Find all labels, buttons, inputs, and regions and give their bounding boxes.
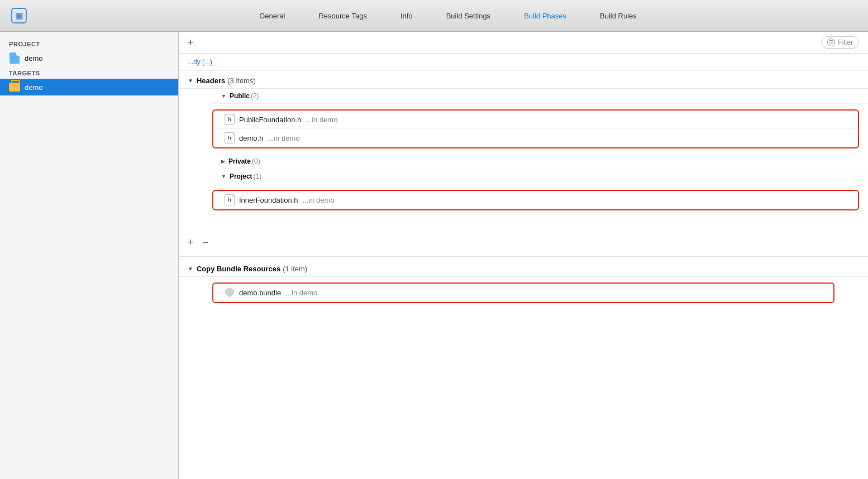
file-path: ...in demo (306, 116, 337, 124)
content-area: + ☰ Filter ...dy (...) ▼ Headers (3 item… (179, 32, 868, 479)
file-name: demo.h (239, 134, 263, 142)
tab-resource-tags[interactable]: Resource Tags (318, 9, 366, 22)
copy-bundle-triangle: ▼ (188, 266, 193, 272)
main-layout: PROJECT demo TARGETS demo + ☰ Filter ...… (0, 32, 868, 479)
tab-general[interactable]: General (259, 9, 285, 22)
add-phase-button[interactable]: + (188, 37, 194, 47)
headers-remove-button[interactable]: − (203, 237, 209, 247)
project-icon (9, 52, 20, 64)
public-subsection-container: ▼ Public (2) PublicFoundation.h ...in de… (179, 89, 868, 154)
private-subsection-header[interactable]: ▶ Private (0) (212, 154, 868, 169)
filter-icon: ☰ (827, 39, 835, 46)
public-highlighted-box: PublicFoundation.h ...in demo demo.h ...… (212, 109, 859, 149)
sidebar-target-name: demo (25, 83, 43, 92)
sidebar-project-label: PROJECT (0, 37, 178, 50)
public-count: (2) (251, 92, 259, 100)
project-subsection-container: ▼ Project (1) InnerFoundation.h ...in de… (179, 169, 868, 216)
headers-title: Headers (197, 76, 225, 85)
project-sub-title: Project (230, 173, 252, 180)
public-subsection-header[interactable]: ▼ Public (2) (212, 89, 868, 104)
copy-bundle-count: (1 item) (283, 265, 307, 273)
bundle-file-icon (225, 287, 235, 298)
file-path: ...in demo (268, 134, 299, 142)
copy-bundle-title: Copy Bundle Resources (197, 265, 280, 273)
tab-build-phases[interactable]: Build Phases (524, 9, 566, 22)
headers-add-remove-row: + − (179, 233, 868, 252)
private-count: (0) (252, 157, 260, 165)
copy-bundle-section-header[interactable]: ▼ Copy Bundle Resources (1 item) (179, 259, 868, 277)
empty-space-1 (179, 216, 868, 233)
file-name: demo.bundle (239, 289, 281, 297)
project-files-wrapper: InnerFoundation.h ...in demo (212, 184, 868, 216)
private-title: Private (228, 157, 251, 165)
toolbar-left: ▣ (11, 8, 39, 23)
private-subsection-container: ▶ Private (0) (179, 154, 868, 169)
public-title: Public (230, 92, 250, 100)
project-count: (1) (254, 173, 262, 180)
header-file-icon (225, 132, 235, 143)
headers-triangle: ▼ (188, 78, 193, 84)
header-file-icon (225, 194, 235, 205)
tab-info[interactable]: Info (400, 9, 413, 22)
tab-build-settings[interactable]: Build Settings (446, 9, 491, 22)
toolbar-tabs: General Resource Tags Info Build Setting… (39, 9, 857, 22)
file-name: InnerFoundation.h (239, 196, 298, 204)
bundle-files-wrapper: demo.bundle ...in demo (179, 277, 868, 309)
public-triangle: ▼ (221, 93, 226, 99)
xcode-icon: ▣ (11, 8, 27, 23)
table-row[interactable]: demo.h ...in demo (213, 129, 858, 147)
file-path: ...in demo (303, 196, 335, 204)
sidebar-item-target-demo[interactable]: demo (0, 79, 178, 95)
target-icon (9, 82, 20, 93)
table-row[interactable]: PublicFoundation.h ...in demo (213, 111, 858, 129)
table-row[interactable]: InnerFoundation.h ...in demo (213, 191, 858, 209)
sidebar-item-project[interactable]: demo (0, 50, 178, 66)
project-subsection-header[interactable]: ▼ Project (1) (212, 169, 868, 184)
section-divider-1 (179, 256, 868, 257)
bundle-highlighted-box: demo.bundle ...in demo (212, 282, 834, 303)
headers-add-button[interactable]: + (188, 237, 194, 247)
toolbar: ▣ General Resource Tags Info Build Setti… (0, 0, 868, 32)
project-highlighted-box: InnerFoundation.h ...in demo (212, 190, 859, 210)
copy-bundle-body: demo.bundle ...in demo (179, 277, 868, 311)
private-triangle: ▶ (221, 159, 225, 164)
sidebar: PROJECT demo TARGETS demo (0, 32, 179, 479)
file-name: PublicFoundation.h (239, 116, 301, 124)
file-path: ...in demo (285, 289, 317, 297)
headers-section-header[interactable]: ▼ Headers (3 items) (179, 71, 868, 89)
headers-count: (3 items) (227, 76, 256, 85)
table-row[interactable]: demo.bundle ...in demo (213, 284, 833, 302)
sidebar-project-name: demo (25, 54, 43, 63)
headers-body: ▼ Public (2) PublicFoundation.h ...in de… (179, 89, 868, 254)
filter-placeholder: Filter (838, 39, 853, 46)
public-files-wrapper: PublicFoundation.h ...in demo demo.h ...… (212, 104, 868, 154)
header-file-icon (225, 114, 235, 125)
sidebar-targets-label: TARGETS (0, 66, 178, 79)
content-top-bar: + ☰ Filter (179, 32, 868, 54)
cut-off-section: ...dy (...) (179, 54, 868, 71)
filter-box[interactable]: ☰ Filter (821, 36, 859, 49)
project-triangle: ▼ (221, 174, 226, 179)
tab-build-rules[interactable]: Build Rules (600, 9, 637, 22)
